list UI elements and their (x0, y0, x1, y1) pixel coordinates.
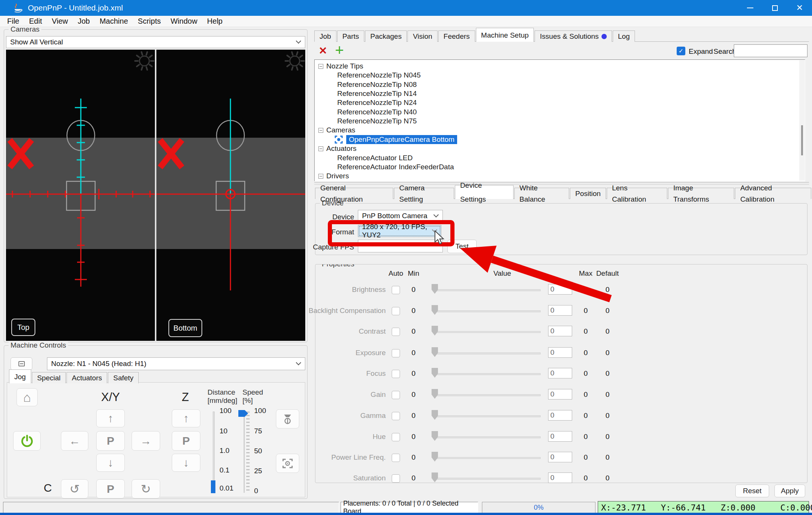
jog-y-minus-button[interactable]: ↓ (96, 454, 125, 472)
tab-general-configuration[interactable]: General Configuration (315, 188, 393, 199)
tree-item[interactable]: ReferenceNozzleTip N045 (317, 71, 421, 80)
value-input[interactable]: 0 (548, 472, 572, 483)
value-slider[interactable] (435, 436, 541, 438)
jog-x-plus-button[interactable]: → (132, 431, 160, 451)
menu-edit[interactable]: Edit (24, 17, 47, 26)
auto-checkbox[interactable] (392, 349, 400, 357)
auto-checkbox[interactable] (392, 454, 400, 462)
value-input[interactable]: 0 (548, 284, 572, 295)
tree-item[interactable]: ReferenceNozzleTip N24 (317, 98, 417, 107)
value-slider[interactable] (435, 331, 541, 333)
menu-window[interactable]: Window (166, 17, 202, 26)
tree-item[interactable]: OpenPnpCaptureCamera Bottom (317, 135, 457, 144)
position-xy-button[interactable]: P (96, 431, 125, 451)
value-input[interactable]: 0 (548, 389, 572, 400)
tab-vision[interactable]: Vision (408, 30, 437, 42)
reset-button[interactable]: Reset (735, 485, 769, 497)
tree-collapse-icon[interactable] (318, 128, 323, 133)
tab-machine-setup[interactable]: Machine Setup (476, 28, 534, 42)
rotate-cw-button[interactable]: ↻ (132, 479, 160, 498)
tree-item[interactable]: ReferenceActuator IndexFeederData (317, 163, 454, 172)
apply-button[interactable]: Apply (774, 485, 805, 497)
value-input[interactable]: 0 (548, 305, 572, 316)
add-button[interactable]: + (332, 42, 347, 58)
auto-checkbox[interactable] (392, 474, 400, 483)
tree-item[interactable]: Nozzle Tips (317, 62, 363, 71)
expand-checkbox[interactable]: ✓ (677, 47, 685, 55)
tab-feeders[interactable]: Feeders (438, 30, 475, 42)
tab-job[interactable]: Job (314, 30, 336, 42)
tab-position[interactable]: Position (570, 188, 606, 199)
camera-view-bottom[interactable] (156, 50, 305, 341)
home-button[interactable]: ⌂ (17, 388, 38, 406)
menu-scripts[interactable]: Scripts (133, 17, 166, 26)
tab-safety[interactable]: Safety (108, 372, 139, 383)
delete-button[interactable]: ✕ (317, 44, 329, 57)
tree-scrollbar[interactable] (799, 60, 805, 181)
rotate-ccw-button[interactable]: ↺ (61, 479, 88, 498)
tree-item[interactable]: Drivers (317, 172, 349, 181)
value-slider[interactable] (435, 310, 541, 312)
value-input[interactable]: 0 (548, 368, 572, 378)
power-button[interactable] (13, 431, 41, 451)
auto-checkbox[interactable] (392, 370, 400, 378)
tab-log[interactable]: Log (613, 30, 635, 42)
menu-help[interactable]: Help (202, 17, 227, 26)
auto-checkbox[interactable] (392, 433, 400, 441)
menu-machine[interactable]: Machine (95, 17, 133, 26)
value-input[interactable]: 0 (548, 431, 572, 442)
value-slider[interactable] (435, 289, 541, 291)
position-c-button[interactable]: P (96, 479, 125, 498)
tab-special[interactable]: Special (32, 372, 66, 383)
tab-image-transforms[interactable]: Image Transforms (668, 188, 734, 199)
tab-device-settings[interactable]: Device Settings (455, 185, 514, 199)
camera-view-select[interactable]: Show All Vertical (6, 36, 305, 48)
tab-actuators[interactable]: Actuators (67, 372, 107, 383)
tree-item[interactable]: ReferenceActuator LED (317, 153, 413, 163)
tree-item[interactable]: Cameras (317, 126, 355, 135)
value-input[interactable]: 0 (548, 326, 572, 336)
tree-item[interactable]: ReferenceNozzleTip N40 (317, 108, 417, 117)
tree-item[interactable]: Actuators (317, 144, 356, 153)
distance-slider-thumb[interactable] (211, 480, 215, 493)
value-slider[interactable] (435, 415, 541, 417)
menu-view[interactable]: View (47, 17, 73, 26)
tree-collapse-icon[interactable] (318, 64, 323, 69)
minimize-button[interactable] (738, 0, 762, 16)
auto-checkbox[interactable] (392, 328, 400, 336)
jog-z-minus-button[interactable]: ↓ (172, 454, 200, 472)
tab-white-balance[interactable]: White Balance (514, 188, 570, 199)
jog-z-plus-button[interactable]: ↑ (172, 409, 200, 427)
tab-parts[interactable]: Parts (337, 30, 364, 42)
auto-checkbox[interactable] (392, 391, 400, 399)
maximize-button[interactable] (762, 0, 787, 16)
tab-issues-solutions[interactable]: Issues & Solutions (535, 30, 612, 42)
value-slider[interactable] (435, 394, 541, 396)
value-slider[interactable] (435, 352, 541, 354)
value-input[interactable]: 0 (548, 347, 572, 358)
tab-camera-settling[interactable]: Camera Settling (394, 188, 454, 199)
tree-scrollbar-thumb[interactable] (801, 125, 803, 155)
value-slider[interactable] (435, 457, 541, 459)
value-input[interactable]: 0 (548, 410, 572, 421)
tab-packages[interactable]: Packages (365, 30, 407, 42)
speed-slider[interactable] (244, 412, 245, 493)
jog-y-plus-button[interactable]: ↑ (96, 409, 125, 427)
tree-collapse-icon[interactable] (318, 174, 323, 179)
tree-item[interactable]: ReferenceNozzleTip N08 (317, 80, 417, 89)
value-input[interactable]: 0 (548, 452, 572, 462)
camera-view-top[interactable] (6, 50, 155, 341)
position-z-button[interactable]: P (172, 431, 200, 451)
auto-checkbox[interactable] (392, 412, 400, 420)
collapse-controls-button[interactable] (11, 357, 32, 370)
nozzle-select[interactable]: Nozzle: N1 - N045 (Head: H1) (47, 357, 305, 370)
tree-item[interactable]: ReferenceNozzleTip N75 (317, 117, 417, 126)
tree-collapse-icon[interactable] (318, 146, 323, 151)
value-slider[interactable] (435, 373, 541, 375)
value-slider[interactable] (435, 478, 541, 480)
tree-item[interactable]: ReferenceNozzleTip N14 (317, 89, 417, 98)
close-button[interactable]: ✕ (787, 0, 812, 16)
auto-checkbox[interactable] (392, 307, 400, 315)
jog-x-minus-button[interactable]: ← (61, 431, 88, 451)
tab-advanced-calibration[interactable]: Advanced Calibration (735, 188, 811, 199)
